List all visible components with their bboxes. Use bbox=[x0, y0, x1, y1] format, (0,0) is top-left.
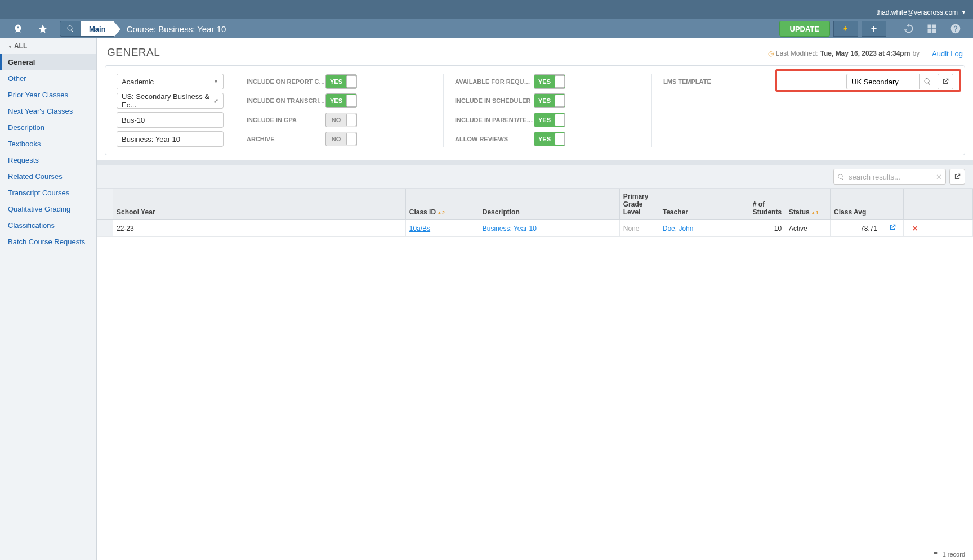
record-count: 1 record bbox=[943, 551, 965, 558]
navbar: Main Course: Business: Year 10 UPDATE + bbox=[0, 19, 973, 38]
sidebar-item-related-courses[interactable]: Related Courses bbox=[0, 168, 96, 185]
sidebar-item-batch-course-requests[interactable]: Batch Course Requests bbox=[0, 234, 96, 250]
col-grade-level[interactable]: Primary Grade Level bbox=[619, 189, 659, 220]
sidebar-header-all[interactable]: ▼ALL bbox=[0, 38, 96, 54]
lms-template-label: LMS TEMPLATE bbox=[663, 78, 711, 85]
sidebar-item-transcript-courses[interactable]: Transcript Courses bbox=[0, 185, 96, 201]
toggle-label: INCLUDE ON TRANSCRIPT bbox=[247, 97, 325, 104]
toggle-include-in-scheduler[interactable]: YES bbox=[534, 93, 565, 108]
search-results-input[interactable]: search results... ✕ bbox=[833, 169, 946, 185]
toggle-include-in-gpa[interactable]: NO bbox=[325, 113, 357, 127]
col-school-year[interactable]: School Year bbox=[113, 189, 406, 220]
cell-school-year: 22-23 bbox=[113, 220, 406, 237]
col-students[interactable]: # of Students bbox=[749, 189, 785, 220]
description-link[interactable]: Business: Year 10 bbox=[483, 225, 537, 232]
clock-icon: ◷ bbox=[768, 50, 774, 57]
col-description[interactable]: Description bbox=[479, 189, 619, 220]
toggle-label: INCLUDE ON REPORT CARD bbox=[247, 78, 325, 85]
user-email[interactable]: thad.white@veracross.com bbox=[876, 8, 958, 16]
nav-search-button[interactable] bbox=[60, 21, 81, 37]
form-section: Academic▼ US: Secondary Business & Ec...… bbox=[105, 65, 965, 155]
course-code-input[interactable]: Bus-10 bbox=[117, 112, 224, 128]
row-handle-header bbox=[97, 189, 113, 220]
delete-row-button[interactable]: ✕ bbox=[912, 225, 918, 232]
sidebar-item-textbooks[interactable]: Textbooks bbox=[0, 136, 96, 152]
by-label: by bbox=[912, 50, 920, 57]
cell-grade: None bbox=[623, 225, 640, 232]
flag-icon bbox=[932, 551, 939, 558]
status-footer: 1 record bbox=[97, 548, 973, 560]
lms-search-button[interactable] bbox=[920, 74, 935, 89]
col-delete bbox=[904, 189, 926, 220]
toggle-label: INCLUDE IN PARENT/TEA... bbox=[455, 117, 534, 123]
toggle-available-for-request[interactable]: YES bbox=[534, 74, 565, 89]
results-toolbar: search results... ✕ bbox=[97, 165, 973, 189]
sidebar-item-other[interactable]: Other bbox=[0, 70, 96, 87]
sidebar-item-prior-year-classes[interactable]: Prior Year Classes bbox=[0, 87, 96, 103]
rocket-icon[interactable] bbox=[6, 19, 30, 38]
col-teacher[interactable]: Teacher bbox=[659, 189, 749, 220]
results-table: School Year Class ID▲2 Description Prima… bbox=[97, 189, 973, 237]
lms-template-input[interactable] bbox=[846, 74, 920, 89]
toggle-label: AVAILABLE FOR REQUEST bbox=[455, 78, 534, 85]
open-results-button[interactable] bbox=[949, 169, 965, 185]
help-icon[interactable] bbox=[944, 19, 967, 38]
sidebar-item-next-year-s-classes[interactable]: Next Year's Classes bbox=[0, 103, 96, 119]
sidebar: ▼ALL GeneralOtherPrior Year ClassesNext … bbox=[0, 38, 97, 560]
department-select[interactable]: US: Secondary Business & Ec...⤢ bbox=[117, 93, 224, 109]
sidebar-item-description[interactable]: Description bbox=[0, 119, 96, 136]
toggle-allow-reviews[interactable]: YES bbox=[534, 132, 565, 146]
star-icon[interactable] bbox=[30, 19, 55, 38]
class-id-link[interactable]: 10a/Bs bbox=[409, 225, 430, 232]
col-spacer bbox=[926, 189, 973, 220]
last-modified-label: Last Modified: bbox=[776, 50, 818, 57]
col-status[interactable]: Status▲1 bbox=[785, 189, 831, 220]
user-menu-caret[interactable]: ▼ bbox=[961, 10, 966, 15]
lightning-button[interactable] bbox=[833, 21, 858, 37]
update-button[interactable]: UPDATE bbox=[779, 21, 830, 37]
audit-log-link[interactable]: Audit Log bbox=[932, 50, 963, 58]
lms-open-button[interactable] bbox=[938, 74, 953, 89]
sidebar-item-qualitative-grading[interactable]: Qualitative Grading bbox=[0, 201, 96, 217]
toggle-include-on-report-card[interactable]: YES bbox=[325, 74, 357, 89]
history-icon[interactable] bbox=[896, 19, 920, 38]
col-class-avg[interactable]: Class Avg bbox=[831, 189, 881, 220]
sidebar-item-classifications[interactable]: Classifications bbox=[0, 217, 96, 234]
page-title: GENERAL bbox=[107, 46, 160, 59]
course-name-input[interactable]: Business: Year 10 bbox=[117, 131, 224, 147]
toggle-archive[interactable]: NO bbox=[325, 132, 357, 146]
cell-students: 10 bbox=[749, 220, 785, 237]
toggle-label: INCLUDE IN GPA bbox=[247, 117, 325, 123]
apps-icon[interactable] bbox=[920, 19, 944, 38]
open-row-button[interactable] bbox=[889, 225, 896, 233]
sidebar-item-general[interactable]: General bbox=[0, 54, 96, 70]
top-strip bbox=[0, 0, 973, 6]
toggle-include-in-parent-tea-[interactable]: YES bbox=[534, 113, 565, 127]
last-modified-value: Tue, May 16, 2023 at 4:34pm bbox=[820, 50, 910, 57]
breadcrumb: Course: Business: Year 10 bbox=[127, 24, 226, 34]
clear-search-icon[interactable]: ✕ bbox=[936, 173, 942, 181]
toggle-label: ALLOW REVIEWS bbox=[455, 136, 534, 142]
table-row[interactable]: 22-23 10a/Bs Business: Year 10 None Doe,… bbox=[97, 220, 973, 237]
toggle-include-on-transcript[interactable]: YES bbox=[325, 93, 357, 108]
cell-avg: 78.71 bbox=[831, 220, 881, 237]
col-class-id[interactable]: Class ID▲2 bbox=[405, 189, 479, 220]
teacher-link[interactable]: Doe, John bbox=[663, 225, 694, 232]
user-bar: thad.white@veracross.com ▼ bbox=[0, 6, 973, 19]
col-open bbox=[881, 189, 904, 220]
sidebar-item-requests[interactable]: Requests bbox=[0, 152, 96, 168]
section-divider bbox=[97, 160, 973, 165]
add-button[interactable]: + bbox=[862, 21, 886, 37]
toggle-label: ARCHIVE bbox=[247, 136, 325, 142]
course-type-select[interactable]: Academic▼ bbox=[117, 74, 224, 89]
toggle-label: INCLUDE IN SCHEDULER bbox=[455, 97, 534, 104]
cell-status: Active bbox=[785, 220, 831, 237]
main-tab[interactable]: Main bbox=[81, 21, 114, 37]
